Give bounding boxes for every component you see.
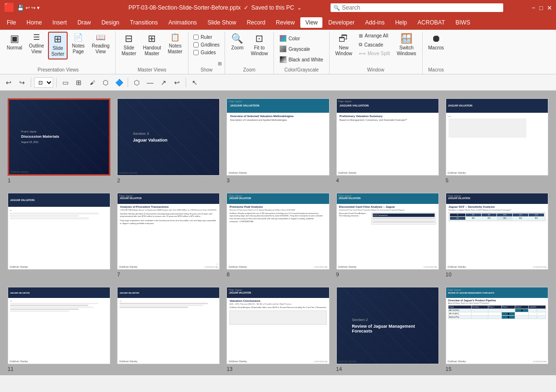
slide-3-header: JAGUAR VALUATION: [227, 99, 329, 113]
maximize-btn[interactable]: □: [539, 4, 543, 12]
slide-thumb-13[interactable]: Page Jaguar JAGUAR VALUATION Valuation C…: [226, 287, 329, 372]
gridlines-checkbox[interactable]: [193, 42, 199, 48]
tb-connect[interactable]: ⬡: [131, 77, 142, 88]
app-icon[interactable]: 🟥: [4, 2, 14, 13]
menu-transitions[interactable]: Transitions: [125, 17, 163, 28]
slide-thumb-15[interactable]: Page Jaguar REVIEW OF JAGUAR MANAGEMENT …: [446, 287, 548, 372]
slide-frame-5[interactable]: JAGUAR VALUATION ... Goldman Stanley: [446, 98, 548, 176]
slide-frame-6[interactable]: JAGUAR VALUATION ... Goldman Stanley: [8, 193, 110, 270]
slide-frame-15[interactable]: Page Jaguar REVIEW OF JAGUAR MANAGEMENT …: [446, 287, 548, 364]
check-gridlines[interactable]: Gridlines: [191, 41, 221, 48]
menu-file[interactable]: File: [2, 17, 21, 28]
menu-view[interactable]: View: [300, 17, 322, 28]
menu-record[interactable]: Record: [242, 17, 270, 28]
ruler-checkbox[interactable]: [193, 35, 199, 40]
slide-frame-14[interactable]: Section 2 Review of Jaguar Management Fo…: [336, 287, 439, 364]
btn-notes-master[interactable]: 📋 NotesMaster: [165, 32, 186, 57]
slide-frame-13[interactable]: Page Jaguar JAGUAR VALUATION Valuation C…: [226, 287, 329, 364]
slide-thumb-2[interactable]: Section 3 Jaguar Valuation Goldman Stanl…: [117, 98, 220, 183]
tb-curve[interactable]: ↩: [171, 77, 183, 88]
slide-thumb-12[interactable]: JAGUAR VALUATION ... Goldman Stanley 12: [117, 287, 220, 372]
menu-help[interactable]: Help: [390, 17, 412, 28]
slide-thumb-4[interactable]: Page Jaguar JAGUAR VALUATION Preliminary…: [336, 98, 439, 183]
minimize-btn[interactable]: −: [532, 4, 536, 12]
btn-switch-windows[interactable]: 🪟 SwitchWindows: [394, 32, 419, 59]
tb-cursor[interactable]: ↖: [189, 77, 201, 88]
menu-draw[interactable]: Draw: [72, 17, 95, 28]
dropdown-icon[interactable]: ⌄: [297, 4, 302, 11]
btn-arrange-all[interactable]: ⊞ Arrange All: [356, 32, 393, 40]
slide-num-2: 2: [117, 178, 120, 183]
slide-frame-9[interactable]: Page Jaguar JAGUAR VALUATION Discounted …: [336, 193, 439, 270]
tb-arrow[interactable]: ↗: [158, 77, 169, 88]
slide-thumb-14[interactable]: Section 2 Review of Jaguar Management Fo…: [336, 287, 439, 372]
btn-black-and-white[interactable]: Black and White: [277, 55, 326, 64]
btn-color[interactable]: Color: [277, 34, 326, 43]
btn-outline-view[interactable]: ☰ OutlineView: [26, 32, 47, 57]
menu-insert[interactable]: Insert: [47, 17, 71, 28]
ribbon-group-master-views: ⊟ SlideMaster ⊞ HandoutMaster 📋 NotesMas…: [117, 32, 189, 74]
btn-macros[interactable]: ⏺ Macros: [426, 32, 447, 53]
slide-frame-7[interactable]: Page Jaguar JAGUAR VALUATION Analysis of…: [117, 193, 220, 270]
search-input[interactable]: [342, 4, 500, 11]
btn-reading-view[interactable]: 📖 ReadingView: [89, 32, 112, 57]
slide-frame-8[interactable]: Page Jaguar JAGUAR VALUATION Premiums Pa…: [226, 193, 329, 270]
btn-fit-to-window[interactable]: ⊡ Fit toWindow: [248, 32, 271, 59]
slide-10-row2-c1: 12x: [450, 217, 465, 220]
close-btn[interactable]: ✕: [547, 4, 552, 12]
slide-frame-10[interactable]: Page Jaguar JAGUAR VALUATION Jaguar DCF …: [446, 193, 548, 270]
btn-zoom[interactable]: 🔍 Zoom: [228, 32, 247, 53]
slide-thumb-5[interactable]: JAGUAR VALUATION ... Goldman Stanley 5: [446, 98, 548, 183]
menu-acrobat[interactable]: ACROBAT: [413, 17, 450, 28]
btn-new-window[interactable]: 🗗 NewWindow: [332, 32, 355, 59]
menu-home[interactable]: Home: [22, 17, 47, 28]
slide-frame-1[interactable]: Project Jaguar Discussion Materials Augu…: [8, 98, 110, 176]
slide-frame-3[interactable]: Page Jaguar JAGUAR VALUATION Overview of…: [226, 98, 329, 176]
btn-grayscale[interactable]: Grayscale: [277, 44, 326, 54]
quick-access[interactable]: 💾 ↩ ↪ ▾: [17, 5, 40, 11]
slide-num-3: 3: [226, 178, 229, 183]
menu-biws[interactable]: BIWS: [450, 17, 475, 28]
slide-10-cell5: 11%: [513, 214, 528, 216]
show-expand-btn[interactable]: ⊞: [218, 61, 222, 66]
slide-thumb-6[interactable]: JAGUAR VALUATION ... Goldman Stanley 6: [8, 193, 110, 278]
slide-frame-11[interactable]: JAGUAR VALUATION ... Goldman Stanley: [8, 287, 110, 364]
btn-handout-master[interactable]: ⊞ HandoutMaster: [140, 32, 164, 59]
menu-addins[interactable]: Add-ins: [360, 17, 390, 28]
btn-slide-sorter[interactable]: ⊞ SlideSorter: [48, 32, 68, 59]
search-box[interactable]: 🔍: [331, 3, 503, 12]
tb-font-size[interactable]: ⊡: [34, 77, 53, 88]
tb-outline[interactable]: ⬡: [100, 77, 111, 88]
btn-slide-master[interactable]: ⊟ SlideMaster: [118, 32, 139, 59]
tb-effects[interactable]: 🔷: [113, 77, 125, 88]
tb-undo[interactable]: ↩: [3, 77, 14, 88]
tb-shapes[interactable]: ▭: [59, 77, 71, 88]
btn-cascade[interactable]: ⧉ Cascade: [356, 40, 393, 49]
tb-line[interactable]: —: [144, 77, 156, 88]
btn-notes-page[interactable]: 📄 NotesPage: [69, 32, 88, 57]
slide-thumb-3[interactable]: Page Jaguar JAGUAR VALUATION Overview of…: [226, 98, 329, 183]
check-guides[interactable]: Guides: [191, 49, 221, 56]
slide-thumb-9[interactable]: Page Jaguar JAGUAR VALUATION Discounted …: [336, 193, 439, 278]
guides-checkbox[interactable]: [193, 50, 199, 55]
slide-thumb-10[interactable]: Page Jaguar JAGUAR VALUATION Jaguar DCF …: [446, 193, 548, 278]
slide-frame-12[interactable]: JAGUAR VALUATION ... Goldman Stanley: [117, 287, 220, 364]
slide-thumb-8[interactable]: Page Jaguar JAGUAR VALUATION Premiums Pa…: [226, 193, 329, 278]
slide-frame-4[interactable]: Page Jaguar JAGUAR VALUATION Preliminary…: [336, 98, 439, 176]
slide-6-header: JAGUAR VALUATION: [8, 193, 110, 207]
btn-normal[interactable]: ▣ Normal: [4, 32, 25, 53]
slide-thumb-1[interactable]: Project Jaguar Discussion Materials Augu…: [8, 98, 110, 183]
tb-arrange[interactable]: ⊞: [73, 77, 84, 88]
menu-developer[interactable]: Developer: [323, 17, 359, 28]
tb-fill[interactable]: 🖌: [86, 77, 98, 88]
check-ruler[interactable]: Ruler: [191, 34, 221, 41]
slide-15-r1c2: [471, 309, 488, 312]
slide-thumb-7[interactable]: Page Jaguar JAGUAR VALUATION Analysis of…: [117, 193, 220, 278]
menu-slideshow[interactable]: Slide Show: [202, 17, 241, 28]
menu-review[interactable]: Review: [271, 17, 299, 28]
slide-thumb-11[interactable]: JAGUAR VALUATION ... Goldman Stanley 11: [8, 287, 110, 372]
slide-frame-2[interactable]: Section 3 Jaguar Valuation Goldman Stanl…: [117, 98, 220, 176]
menu-design[interactable]: Design: [96, 17, 124, 28]
tb-redo[interactable]: ↪: [16, 77, 28, 88]
menu-animations[interactable]: Animations: [164, 17, 201, 28]
